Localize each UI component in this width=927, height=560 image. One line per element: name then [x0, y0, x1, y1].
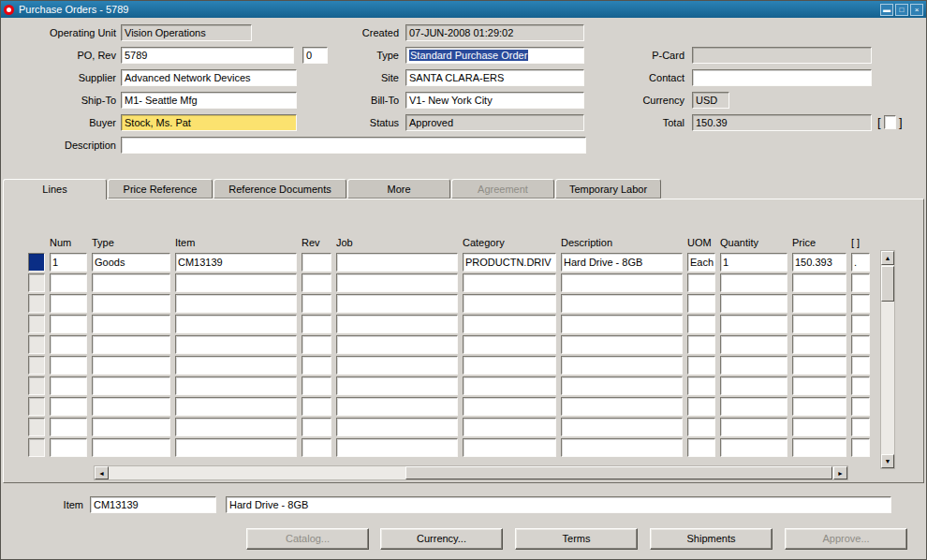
- cell-item[interactable]: [175, 294, 297, 313]
- cell-type[interactable]: [92, 376, 170, 395]
- cell-num[interactable]: [50, 335, 87, 354]
- row-selector[interactable]: [28, 335, 45, 354]
- cell-type[interactable]: [92, 335, 170, 354]
- cell-description[interactable]: [561, 273, 683, 292]
- row-selector[interactable]: [28, 315, 45, 333]
- description-field[interactable]: [121, 137, 586, 154]
- cell-category[interactable]: [463, 356, 556, 375]
- row-selector[interactable]: [28, 294, 45, 313]
- scroll-left-icon[interactable]: ◄: [95, 466, 109, 479]
- tab-more[interactable]: More: [347, 179, 450, 199]
- cell-description[interactable]: [561, 376, 683, 395]
- cell-price[interactable]: 150.393: [792, 253, 846, 272]
- cell-category[interactable]: PRODUCTN.DRIV: [463, 253, 556, 272]
- cell-quantity[interactable]: [720, 273, 787, 292]
- footer-item-field[interactable]: CM13139: [90, 496, 216, 513]
- row-selector[interactable]: [28, 356, 45, 375]
- cell-category[interactable]: [463, 294, 556, 313]
- row-selector[interactable]: [28, 273, 45, 292]
- table-row[interactable]: [28, 315, 870, 333]
- table-row[interactable]: [28, 335, 870, 354]
- cell-flag[interactable]: [851, 315, 870, 333]
- row-selector[interactable]: [28, 376, 45, 395]
- cell-quantity[interactable]: [720, 356, 787, 375]
- site-field[interactable]: SANTA CLARA-ERS: [405, 69, 584, 86]
- maximize-button[interactable]: □: [895, 4, 908, 16]
- po-rev-field[interactable]: 0: [302, 47, 328, 64]
- table-row[interactable]: [28, 418, 870, 436]
- cell-item[interactable]: [175, 356, 297, 375]
- tab-lines[interactable]: Lines: [3, 179, 107, 199]
- table-row[interactable]: [28, 376, 870, 395]
- cell-item[interactable]: [175, 315, 297, 333]
- cell-flag[interactable]: [851, 273, 870, 292]
- cell-category[interactable]: [463, 315, 556, 333]
- po-number-field[interactable]: 5789: [121, 47, 294, 64]
- buyer-field[interactable]: Stock, Ms. Pat: [121, 114, 297, 131]
- cell-num[interactable]: [50, 397, 87, 416]
- cell-uom[interactable]: [687, 438, 715, 457]
- cell-quantity[interactable]: [720, 438, 787, 457]
- cell-num[interactable]: [50, 438, 87, 457]
- cell-quantity[interactable]: [720, 418, 787, 436]
- cell-price[interactable]: [792, 356, 846, 375]
- cell-flag[interactable]: [851, 438, 870, 457]
- cell-category[interactable]: [463, 376, 556, 395]
- cell-item[interactable]: [175, 418, 297, 436]
- scroll-down-icon[interactable]: ▼: [881, 454, 894, 468]
- cell-item[interactable]: [175, 376, 297, 395]
- cell-price[interactable]: [792, 315, 846, 333]
- cell-job[interactable]: [336, 356, 458, 375]
- cell-description[interactable]: [561, 438, 683, 457]
- cell-job[interactable]: [336, 335, 458, 354]
- cell-price[interactable]: [792, 335, 846, 354]
- cell-category[interactable]: [463, 397, 556, 416]
- cell-price[interactable]: [792, 273, 846, 292]
- vertical-scroll-thumb[interactable]: [881, 266, 894, 302]
- minimize-button[interactable]: ▬: [880, 4, 893, 16]
- table-row[interactable]: [28, 438, 870, 457]
- cell-price[interactable]: [792, 418, 846, 436]
- titlebar[interactable]: Purchase Orders - 5789 ▬ □ ×: [1, 1, 926, 18]
- cell-type[interactable]: [92, 294, 170, 313]
- cell-num[interactable]: [50, 356, 87, 375]
- cell-flag[interactable]: [851, 418, 870, 436]
- scroll-up-icon[interactable]: ▲: [881, 251, 894, 265]
- cell-flag[interactable]: [851, 294, 870, 313]
- cell-rev[interactable]: [302, 397, 331, 416]
- cell-description[interactable]: [561, 397, 683, 416]
- row-selector[interactable]: [28, 438, 45, 457]
- contact-field[interactable]: [692, 69, 872, 86]
- cell-description[interactable]: [561, 294, 683, 313]
- cell-uom[interactable]: [687, 273, 715, 292]
- table-row[interactable]: [28, 356, 870, 375]
- cell-quantity[interactable]: [720, 315, 787, 333]
- horizontal-scrollbar[interactable]: ◄ ►: [94, 465, 848, 480]
- cell-rev[interactable]: [302, 315, 331, 333]
- row-selector[interactable]: [28, 418, 45, 436]
- cell-type[interactable]: [92, 438, 170, 457]
- cell-category[interactable]: [463, 438, 556, 457]
- cell-uom[interactable]: [687, 315, 715, 333]
- close-button[interactable]: ×: [910, 4, 923, 16]
- cell-description[interactable]: [561, 335, 683, 354]
- cell-category[interactable]: [463, 335, 556, 354]
- table-row[interactable]: 1GoodsCM13139PRODUCTN.DRIVHard Drive - 8…: [28, 253, 870, 272]
- cell-description[interactable]: [561, 315, 683, 333]
- row-selector[interactable]: [28, 397, 45, 416]
- cell-price[interactable]: [792, 376, 846, 395]
- cell-rev[interactable]: [302, 418, 331, 436]
- cell-num[interactable]: [50, 315, 87, 333]
- cell-price[interactable]: [792, 294, 846, 313]
- cell-uom[interactable]: [687, 376, 715, 395]
- cell-type[interactable]: [92, 356, 170, 375]
- cell-item[interactable]: [175, 273, 297, 292]
- cell-price[interactable]: [792, 438, 846, 457]
- cell-rev[interactable]: [302, 253, 331, 272]
- cell-rev[interactable]: [302, 438, 331, 457]
- cell-quantity[interactable]: [720, 335, 787, 354]
- bill-to-field[interactable]: V1- New York City: [405, 92, 584, 109]
- cell-rev[interactable]: [302, 376, 331, 395]
- cell-job[interactable]: [336, 315, 458, 333]
- tab-temporary-labor[interactable]: Temporary Labor: [555, 179, 661, 199]
